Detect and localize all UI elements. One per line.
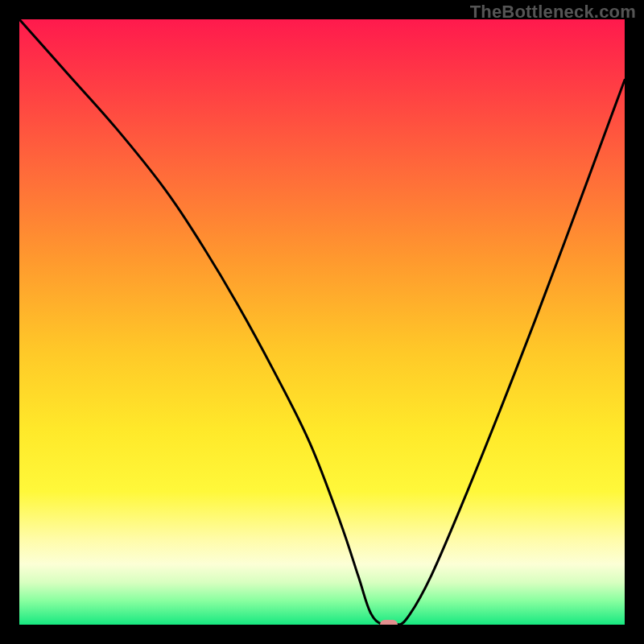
chart-frame: TheBottleneck.com <box>0 0 644 644</box>
plot-area <box>19 19 625 625</box>
optimal-point-marker <box>380 620 398 625</box>
watermark-text: TheBottleneck.com <box>470 2 636 23</box>
bottleneck-curve <box>19 19 625 625</box>
